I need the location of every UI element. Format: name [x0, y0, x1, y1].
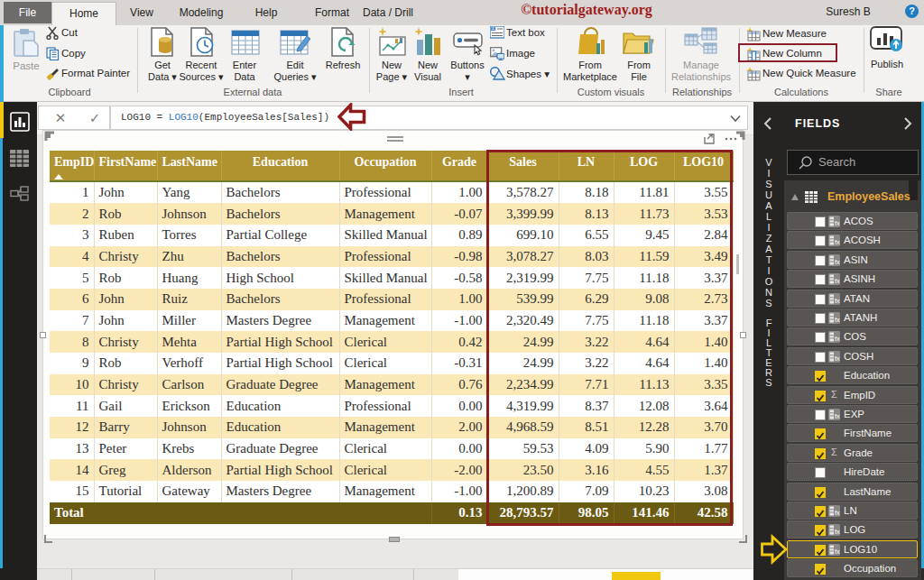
svg-text:fx: fx: [835, 316, 840, 324]
svg-text:fx: fx: [835, 258, 840, 266]
svg-text:fx: fx: [835, 412, 840, 420]
svg-text:A: A: [492, 27, 494, 32]
svg-text:fx: fx: [835, 238, 840, 246]
svg-text:fx: fx: [835, 335, 840, 343]
svg-text:fx: fx: [835, 354, 840, 363]
svg-text:fx: fx: [835, 297, 840, 305]
svg-text:fx: fx: [835, 548, 840, 556]
svg-text:fx: fx: [835, 219, 840, 227]
svg-text:fx: fx: [835, 277, 840, 285]
svg-text:fx: fx: [835, 509, 840, 517]
svg-text:fx: fx: [835, 528, 840, 536]
